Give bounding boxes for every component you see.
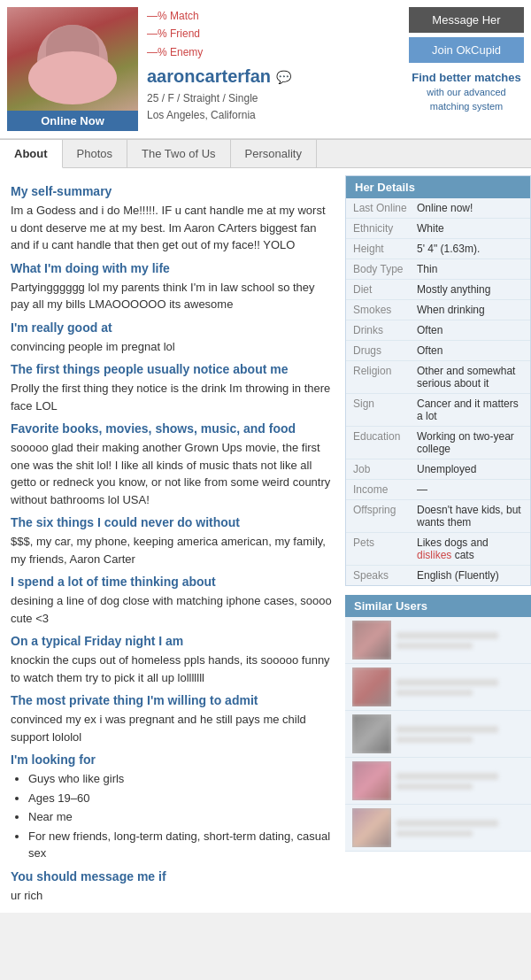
detail-value-diet: Mostly anything xyxy=(417,283,523,296)
section-title-self-summary: My self-summary xyxy=(11,184,335,198)
detail-drugs: Drugs Often xyxy=(346,341,530,361)
detail-diet: Diet Mostly anything xyxy=(346,280,530,300)
detail-height: Height 5' 4" (1.63m). xyxy=(346,239,530,259)
detail-value-smokes: When drinking xyxy=(417,304,523,316)
user-meta: 25 / F / Straight / Single Los Angeles, … xyxy=(147,90,400,124)
detail-religion: Religion Other and somewhat serious abou… xyxy=(346,361,530,394)
tab-about[interactable]: About xyxy=(0,140,63,168)
section-title-friday-night: On a typical Friday night I am xyxy=(11,634,335,648)
detail-value-last-online: Online now! xyxy=(417,202,523,214)
detail-pets: Pets Likes dogs and dislikes cats xyxy=(346,533,530,566)
section-thinking-about: I spend a lot of time thinking about des… xyxy=(11,575,335,627)
section-body-favorite-things: sooooo glad their making another Grown U… xyxy=(11,439,335,508)
section-self-summary: My self-summary Im a Godess and i do Me!… xyxy=(11,184,335,254)
detail-label-drinks: Drinks xyxy=(353,324,417,336)
detail-label-sign: Sign xyxy=(353,397,417,422)
detail-ethnicity: Ethnicity White xyxy=(346,219,530,239)
detail-label-pets: Pets xyxy=(353,536,417,561)
detail-value-speaks: English (Fluently) xyxy=(417,569,523,582)
detail-value-drugs: Often xyxy=(417,344,523,357)
similar-user-1[interactable] xyxy=(345,617,531,664)
detail-value-drinks: Often xyxy=(417,324,523,336)
section-favorite-things: Favorite books, movies, shows, music, an… xyxy=(11,421,335,508)
detail-value-offspring: Doesn't have kids, but wants them xyxy=(417,504,523,529)
similar-age-4 xyxy=(396,783,473,790)
section-body-private-thing: convinced my ex i was pregnant and he st… xyxy=(11,711,335,745)
similar-name-4 xyxy=(396,773,498,780)
detail-label-ethnicity: Ethnicity xyxy=(353,222,417,235)
section-title-six-things: The six things I could never do without xyxy=(11,515,335,529)
similar-name-2 xyxy=(396,679,498,686)
section-body-thinking-about: desining a line of dog close with matchi… xyxy=(11,592,335,627)
similar-thumb-1 xyxy=(352,621,391,660)
main-content: My self-summary Im a Godess and i do Me!… xyxy=(0,168,531,913)
join-button[interactable]: Join OkCupid xyxy=(409,37,524,63)
detail-body-type: Body Type Thin xyxy=(346,259,530,280)
similar-user-3[interactable] xyxy=(345,711,531,758)
section-first-notice: The first things people usually notice a… xyxy=(11,362,335,414)
similar-user-4[interactable] xyxy=(345,758,531,805)
dislike-word: dislikes xyxy=(417,549,451,561)
detail-value-body-type: Thin xyxy=(417,263,523,275)
detail-label-drugs: Drugs xyxy=(353,344,417,357)
similar-name-1 xyxy=(396,632,498,639)
detail-smokes: Smokes When drinking xyxy=(346,300,530,320)
detail-sign: Sign Cancer and it matters a lot xyxy=(346,394,530,427)
section-really-good-at: I'm really good at convincing people im … xyxy=(11,320,335,356)
detail-value-ethnicity: White xyxy=(417,222,523,235)
match-info: —% Match —% Friend —% Enemy xyxy=(147,7,400,61)
detail-label-education: Education xyxy=(353,430,417,455)
her-details-box: Her Details Last Online Online now! Ethn… xyxy=(345,175,531,586)
similar-thumb-2 xyxy=(352,667,391,706)
detail-label-religion: Religion xyxy=(353,365,417,390)
section-title-favorite-things: Favorite books, movies, shows, music, an… xyxy=(11,421,335,436)
detail-label-job: Job xyxy=(353,463,417,475)
tab-two-of-us[interactable]: The Two of Us xyxy=(127,140,231,167)
detail-job: Job Unemployed xyxy=(346,459,530,480)
similar-info-1 xyxy=(396,632,524,649)
tab-personality[interactable]: Personality xyxy=(231,140,317,167)
similar-thumb-5 xyxy=(352,808,391,847)
detail-label-speaks: Speaks xyxy=(353,569,417,582)
section-body-really-good-at: convincing people im pregnat lol xyxy=(11,338,335,356)
enemy-percent: —% Enemy xyxy=(147,46,203,58)
similar-user-5[interactable] xyxy=(345,805,531,852)
similar-age-1 xyxy=(396,643,473,649)
detail-label-body-type: Body Type xyxy=(353,263,417,275)
detail-value-income: — xyxy=(417,483,523,496)
find-better: Find better matches with our advanced ma… xyxy=(409,70,524,113)
match-percent: —% Match xyxy=(147,10,199,22)
message-button[interactable]: Message Her xyxy=(409,7,524,33)
chat-icon[interactable]: 💬 xyxy=(276,70,291,84)
detail-income: Income — xyxy=(346,480,530,500)
detail-label-last-online: Last Online xyxy=(353,202,417,214)
tab-photos[interactable]: Photos xyxy=(63,140,127,167)
friend-percent: —% Friend xyxy=(147,27,200,40)
detail-offspring: Offspring Doesn't have kids, but wants t… xyxy=(346,500,530,533)
section-doing-with-life: What I'm doing with my life Partyinggggg… xyxy=(11,261,335,313)
section-body-message-me: ur rich xyxy=(11,887,335,905)
detail-label-offspring: Offspring xyxy=(353,504,417,529)
profile-center: —% Match —% Friend —% Enemy aaroncarterf… xyxy=(138,7,409,125)
avatar-wrap: Online Now xyxy=(7,7,138,131)
similar-info-4 xyxy=(396,773,524,790)
details-header: Her Details xyxy=(346,176,530,198)
list-item: Guys who like girls xyxy=(28,770,335,788)
detail-label-income: Income xyxy=(353,483,417,496)
tabs-bar: About Photos The Two of Us Personality xyxy=(0,139,531,168)
similar-user-2[interactable] xyxy=(345,664,531,711)
detail-label-diet: Diet xyxy=(353,283,417,296)
similar-name-3 xyxy=(396,726,498,733)
list-item: For new friends, long-term dating, short… xyxy=(28,828,335,862)
section-title-private-thing: The most private thing I'm willing to ad… xyxy=(11,693,335,707)
section-title-thinking-about: I spend a lot of time thinking about xyxy=(11,575,335,589)
similar-name-5 xyxy=(396,820,498,827)
detail-value-education: Working on two-year college xyxy=(417,430,523,455)
similar-info-5 xyxy=(396,820,524,837)
list-item: Near me xyxy=(28,808,335,826)
detail-education: Education Working on two-year college xyxy=(346,427,530,459)
username: aaroncarterfan 💬 xyxy=(147,66,400,87)
detail-value-pets: Likes dogs and dislikes cats xyxy=(417,536,523,561)
right-column: Her Details Last Online Online now! Ethn… xyxy=(345,168,531,913)
header-right: Message Her Join OkCupid Find better mat… xyxy=(409,7,524,113)
